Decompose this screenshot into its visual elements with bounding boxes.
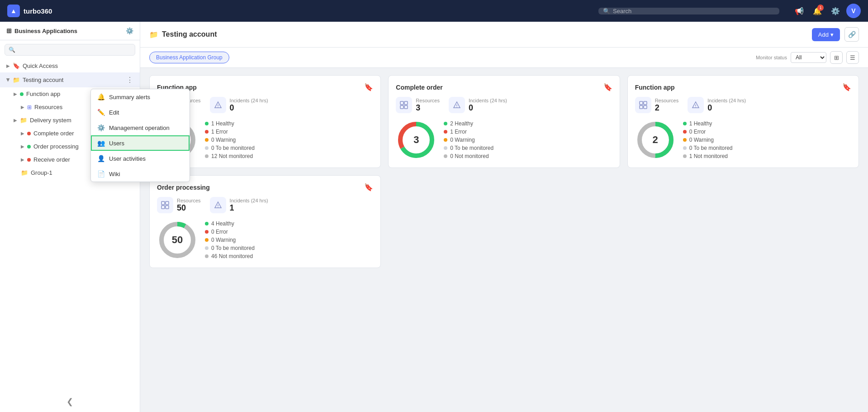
legend: 1 Healthy 1 Error 0 Warning 0 To be [205,120,255,159]
svg-point-13 [456,106,457,107]
folder-icon: 📁 [21,169,28,176]
group1-label: Group-1 [31,169,52,176]
bell-icon: 🔔 [97,93,104,101]
sidebar-item-quick-access[interactable]: ▶ 🔖 Quick Access [0,59,140,72]
svg-point-28 [218,206,218,207]
card-body: 50 4 Healthy 0 Error 0 War [157,220,373,260]
context-menu-management-operation[interactable]: ⚙️ Management operation [91,120,190,135]
svg-rect-10 [404,101,408,105]
page-title: 📁 Testing account [149,30,217,39]
main-layout: ⊞ Business Applications ⚙️ 🔍 ▶ 🔖 Quick A… [0,22,868,412]
legend-dot-green [205,122,209,125]
management-operation-label: Management operation [109,125,170,131]
sidebar-collapse-button[interactable]: ❮ [66,397,73,407]
page-title-text: Testing account [162,30,217,38]
page-actions: Add ▾ 🔗 [812,27,859,42]
incidents-stat-text: Incidents (24 hrs) 0 [230,98,268,113]
share-icon: 🔗 [848,31,856,38]
status-dot-red [27,158,31,162]
svg-rect-17 [640,101,643,105]
edit-label: Edit [109,109,119,116]
legend-dot-red [205,130,209,134]
cards-area: Function app 🔖 Resources 14 [140,68,868,412]
context-menu-users[interactable]: 👥 Users [91,135,190,151]
main-content: 📁 Testing account Add ▾ 🔗 Business Appli… [140,22,868,412]
legend-dot-lightgray [205,146,209,150]
svg-rect-19 [640,105,643,109]
bookmark-icon[interactable]: 🔖 [842,83,851,91]
sidebar-search-input[interactable] [18,47,131,53]
legend-warning: 0 Warning [205,237,255,243]
legend-dot-gray [205,254,209,258]
incidents-icon [688,97,704,113]
sidebar-item-testing-account[interactable]: ▶ 📁 Testing account ⋮ [0,72,140,87]
user-activities-label: User activities [109,155,146,162]
user-avatar[interactable]: V [846,4,861,18]
notifications-button[interactable]: 🔔 1 [810,4,825,18]
sidebar: ⊞ Business Applications ⚙️ 🔍 ▶ 🔖 Quick A… [0,22,140,412]
resources-icon [396,97,412,113]
chevron-right-icon: ▶ [21,131,24,136]
legend-dot-lightgray [444,146,447,150]
svg-rect-9 [400,101,403,105]
card-function-app-2: Function app 🔖 Resources 2 [627,75,859,168]
order-processing-label: Order processing [33,143,79,150]
incidents-stat-text: Incidents (24 hrs) 1 [230,198,268,213]
gear-icon: ⚙️ [831,7,840,15]
app-logo[interactable]: ▲ turbo360 [7,5,52,17]
sidebar-settings-icon[interactable]: ⚙️ [126,27,133,34]
legend-error: 1 Error [205,129,255,135]
summary-alerts-label: Summary alerts [109,94,150,101]
context-menu-wiki[interactable]: 📄 Wiki [91,166,190,182]
bookmark-icon[interactable]: 🔖 [364,83,373,91]
svg-rect-20 [644,105,647,109]
search-input[interactable] [613,8,775,14]
legend-not-monitored: 46 Not monitored [205,253,255,259]
bookmark-icon[interactable]: 🔖 [364,183,373,192]
chevron-right-icon: ▶ [21,105,24,110]
more-options-icon[interactable]: ⋮ [126,76,133,84]
legend-healthy: 1 Healthy [205,120,255,127]
list-view-button[interactable]: ☰ [846,51,859,64]
svg-point-4 [218,106,218,107]
tab-business-application-group[interactable]: Business Application Group [149,52,229,63]
incidents-stat: Incidents (24 hrs) 0 [210,97,268,113]
context-menu-user-activities[interactable]: 👤 User activities [91,151,190,166]
context-menu-summary-alerts[interactable]: 🔔 Summary alerts [91,89,190,105]
add-button[interactable]: Add ▾ [812,28,840,41]
folder-icon: 📁 [20,117,27,124]
legend-healthy: 4 Healthy [205,220,255,227]
resources-stat: Resources 2 [635,97,679,113]
settings-button[interactable]: ⚙️ [828,4,843,18]
sidebar-search-box[interactable]: 🔍 [5,44,135,56]
chevron-down-icon: ▾ [830,31,834,38]
legend-dot-green [205,222,209,225]
chevron-down-icon: ▶ [6,78,11,82]
incidents-icon [210,97,226,113]
svg-rect-11 [400,105,403,109]
status-dot-green [27,145,31,149]
status-dot-green [20,92,24,96]
resources-stat: Resources 50 [157,197,201,213]
monitor-status-select[interactable]: All Healthy Error Warning [791,52,826,63]
chevron-right-icon: ▶ [14,118,17,123]
edit-icon: ✏️ [97,109,104,116]
share-button[interactable]: 🔗 [844,27,859,42]
chevron-right-icon: ▶ [21,144,24,149]
legend-warning: 0 Warning [205,137,255,143]
incidents-stat-text: Incidents (24 hrs) 0 [469,98,507,113]
receive-order-label: Receive order [33,156,70,163]
card-stats: Resources 3 Incidents (24 hrs) 0 [396,97,612,113]
legend-error: 0 Error [683,129,733,135]
resources-label: Resources [34,104,62,110]
announcements-button[interactable]: 📢 [792,4,806,18]
delivery-system-label: Delivery system [30,117,71,124]
status-dot-red [27,132,31,135]
global-search[interactable]: 🔍 [598,8,779,14]
apps-icon: ⊞ [6,27,12,34]
grid-view-button[interactable]: ⊞ [830,51,843,64]
bookmark-icon[interactable]: 🔖 [603,83,612,91]
context-menu-edit[interactable]: ✏️ Edit [91,105,190,120]
card-stats: Resources 50 Incidents (24 hrs) 1 [157,197,373,213]
legend-healthy: 2 Healthy [444,120,493,127]
